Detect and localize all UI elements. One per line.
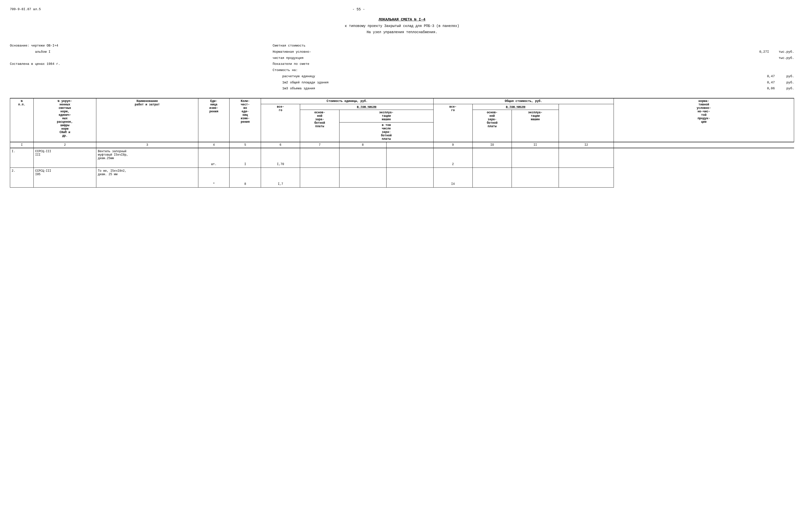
value-3: 0,47 руб. bbox=[598, 74, 794, 80]
row1-num: I. bbox=[10, 148, 34, 168]
value-2: тыс.руб. bbox=[598, 55, 794, 61]
page-number: - 55 - bbox=[41, 7, 676, 12]
composed-label: Составлена в ценах 1984 г. bbox=[10, 61, 245, 67]
row1-norm-prod bbox=[559, 148, 614, 168]
subtitle-2: На узел управления теплоснабжения. bbox=[10, 29, 794, 35]
col-num-12: I2 bbox=[559, 142, 614, 148]
th-qty: Коли-чест-воеди-ницизме-рения bbox=[230, 98, 261, 142]
col-num-3: 3 bbox=[96, 142, 198, 148]
th-base-wage: основ-нойзара-ботнойплаты bbox=[300, 110, 339, 142]
th-cost-incl: в том числе bbox=[300, 104, 433, 110]
row1-cost-base bbox=[300, 148, 339, 168]
cost-line-3: чистая продукция bbox=[273, 55, 570, 61]
row1-cost-expl-inner bbox=[386, 148, 433, 168]
row2-cost-all: I,7 bbox=[261, 168, 300, 188]
header-row-group: №п.п. № укруп-ненныхсметныхнорм,единич-н… bbox=[10, 98, 794, 104]
doc-id: 709-9-8I.87 ал.5 bbox=[10, 7, 41, 11]
col-num-2: 2 bbox=[33, 142, 96, 148]
row2-total-base bbox=[472, 168, 512, 188]
cost-line-6: расчетную единицу bbox=[273, 74, 570, 80]
basis-label: Основание: bbox=[10, 44, 29, 48]
col-num-8: 8 bbox=[339, 142, 386, 148]
cost-line-4: Показатели по смете bbox=[273, 61, 570, 67]
main-title: ЛОКАЛЬНАЯ СМЕТА № I-4 bbox=[10, 16, 794, 23]
cost-line-1: Сметная стоимость bbox=[273, 43, 570, 49]
table-row: 2. ССРСЦ-IIII05 То же, I5кчI8п2,диам. 25… bbox=[10, 168, 794, 188]
info-middle: Сметная стоимость Нормативная условно- ч… bbox=[273, 43, 570, 92]
row2-cost-expl-inner bbox=[386, 168, 433, 188]
th-total-base-wage: основ-нойзара-ботнойплаты bbox=[472, 110, 512, 142]
th-unit: Еди-ницаизме-рения bbox=[198, 98, 230, 142]
row1-total-base bbox=[472, 148, 512, 168]
info-right: 0,27I тыс.руб. тыс.руб. 0,47 руб. 0,47 р… bbox=[598, 43, 794, 92]
row2-norm: ССРСЦ-IIII05 bbox=[33, 168, 96, 188]
th-total-expl: эксплуа-тациимашин bbox=[512, 110, 559, 142]
row1-cost-expl bbox=[339, 148, 386, 168]
row1-qty: I bbox=[230, 148, 261, 168]
row1-name: Вентиль запорныймуфтовый I5кчI8р,диам.25… bbox=[96, 148, 198, 168]
th-norms: № укруп-ненныхсметныхнорм,единич-ныхрасц… bbox=[33, 98, 96, 142]
info-left: Основание: чертежи ОВ-I+4 альбом I Соста… bbox=[10, 43, 245, 92]
row2-cost-base bbox=[300, 168, 339, 188]
row1-total-all: 2 bbox=[433, 148, 472, 168]
th-expl-machines: эксплуа-тациимашин bbox=[339, 110, 433, 122]
col-num-11: II bbox=[512, 142, 559, 148]
row1-cost-all: I,70 bbox=[261, 148, 300, 168]
page-header: 709-9-8I.87 ал.5 - 55 - bbox=[10, 7, 794, 12]
row2-unit: " bbox=[198, 168, 230, 188]
cost-line-8: 1м3 объема здания bbox=[273, 86, 570, 92]
col-num-1: I bbox=[10, 142, 34, 148]
subtitle-1: к типовому проекту Закрытый склад для РП… bbox=[10, 23, 794, 29]
row2-total-expl bbox=[512, 168, 559, 188]
col-num-6: 6 bbox=[261, 142, 300, 148]
row1-unit: шт. bbox=[198, 148, 230, 168]
row2-total-all: I4 bbox=[433, 168, 472, 188]
main-table: №п.п. № укруп-ненныхсметныхнорм,единич-н… bbox=[10, 98, 794, 188]
col-num-10: IO bbox=[472, 142, 512, 148]
row2-name: То же, I5кчI8п2,диам. 25 мм bbox=[96, 168, 198, 188]
th-unit-cost-group: Стоимость единицы, руб. bbox=[261, 98, 434, 104]
row2-num: 2. bbox=[10, 168, 34, 188]
cost-line-7: 1м2 общей площади здания bbox=[273, 80, 570, 86]
table-row: I. ССРСЦ-IIIIII Вентиль запорныймуфтовый… bbox=[10, 148, 794, 168]
th-name: Наименованиеработ и затрат bbox=[96, 98, 198, 142]
col-num-8b bbox=[386, 142, 433, 148]
th-expl-incl-label: в томчислезара-ботнойплаты bbox=[339, 122, 433, 142]
title-section: ЛОКАЛЬНАЯ СМЕТА № I-4 к типовому проекту… bbox=[10, 16, 794, 35]
cost-line-5: Стоимость на: bbox=[273, 67, 570, 74]
value-5: 0,06 руб. bbox=[598, 86, 794, 92]
cost-line-2: Нормативная условно- bbox=[273, 49, 570, 55]
th-norm-prod: норма-тивнойусловно-но-чис-тойпродук-ции bbox=[614, 98, 794, 142]
row1-norm: ССРСЦ-IIIIII bbox=[33, 148, 96, 168]
row2-norm-prod bbox=[559, 168, 614, 188]
col-num-4: 4 bbox=[198, 142, 230, 148]
col-num-7: 7 bbox=[300, 142, 339, 148]
row1-total-expl bbox=[512, 148, 559, 168]
th-total-all: все-го bbox=[433, 104, 472, 142]
row2-cost-expl bbox=[339, 168, 386, 188]
col-num-9: 9 bbox=[433, 142, 472, 148]
value-1: 0,27I тыс.руб. bbox=[598, 49, 794, 55]
value-4: 0,47 руб. bbox=[598, 80, 794, 86]
col-num-5: 5 bbox=[230, 142, 261, 148]
th-cost-all: все-го bbox=[261, 104, 300, 142]
th-total-incl: в том числе bbox=[472, 104, 559, 110]
th-total-cost-group: Общая стоимость, руб. bbox=[433, 98, 614, 104]
th-num: №п.п. bbox=[10, 98, 34, 142]
row2-qty: 8 bbox=[230, 168, 261, 188]
col-numbers-row: I 2 3 4 5 6 7 8 9 IO II I2 bbox=[10, 142, 794, 148]
